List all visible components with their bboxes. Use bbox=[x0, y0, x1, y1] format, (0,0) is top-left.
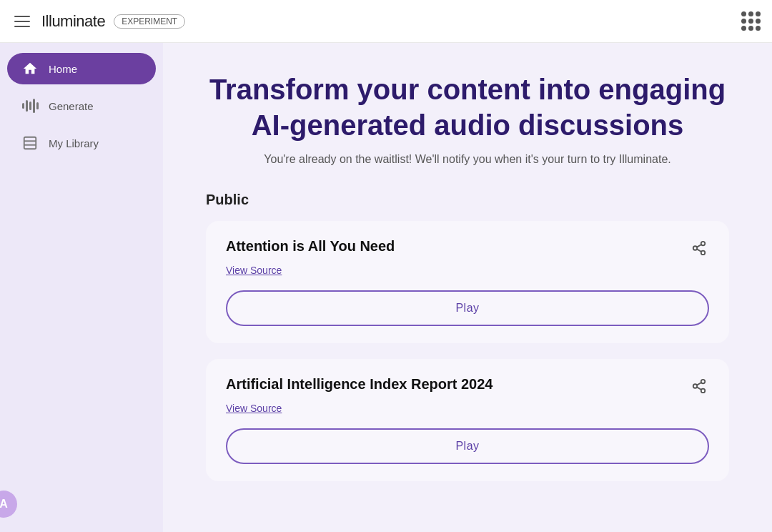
app-logo: Illuminate bbox=[41, 12, 105, 31]
svg-point-3 bbox=[701, 242, 706, 246]
generate-icon bbox=[21, 97, 39, 114]
share-button-attention[interactable] bbox=[689, 238, 709, 258]
card-attention: Attention is All You Need View Source Pl… bbox=[206, 221, 729, 343]
card-attention-title: Attention is All You Need bbox=[226, 238, 395, 255]
main-layout: Home Generate bbox=[0, 43, 772, 532]
share-button-ai-index[interactable] bbox=[689, 376, 709, 396]
sidebar-item-home[interactable]: Home bbox=[7, 53, 156, 84]
play-button-ai-index[interactable]: Play bbox=[226, 428, 709, 464]
hamburger-menu-button[interactable] bbox=[11, 13, 33, 30]
app-header: Illuminate EXPERIMENT bbox=[0, 0, 772, 43]
sidebar-library-label: My Library bbox=[49, 137, 99, 149]
main-content: Transform your content into engaging AI-… bbox=[163, 43, 772, 532]
card-ai-index: Artificial Intelligence Index Report 202… bbox=[206, 359, 729, 481]
svg-point-4 bbox=[693, 246, 698, 250]
card-attention-header: Attention is All You Need bbox=[226, 238, 709, 258]
svg-point-5 bbox=[701, 251, 706, 255]
hero-title: Transform your content into engaging AI-… bbox=[206, 72, 729, 143]
apps-grid-button[interactable] bbox=[741, 11, 761, 31]
sidebar-generate-label: Generate bbox=[49, 100, 94, 112]
header-left: Illuminate EXPERIMENT bbox=[11, 12, 185, 31]
sidebar: Home Generate bbox=[0, 43, 163, 532]
svg-point-8 bbox=[701, 380, 706, 384]
svg-point-10 bbox=[701, 389, 706, 393]
avatar[interactable]: A bbox=[0, 491, 17, 518]
svg-rect-0 bbox=[24, 137, 36, 149]
svg-line-11 bbox=[697, 387, 701, 390]
svg-point-9 bbox=[693, 384, 698, 388]
home-icon bbox=[21, 60, 39, 77]
card-ai-index-title: Artificial Intelligence Index Report 202… bbox=[226, 376, 493, 393]
public-section-title: Public bbox=[206, 192, 729, 208]
svg-line-7 bbox=[697, 245, 701, 247]
play-button-attention[interactable]: Play bbox=[226, 290, 709, 326]
view-source-link-ai-index[interactable]: View Source bbox=[226, 403, 282, 414]
sidebar-item-my-library[interactable]: My Library bbox=[7, 127, 156, 159]
hero-subtitle: You're already on the waitlist! We'll no… bbox=[206, 153, 729, 166]
sidebar-home-label: Home bbox=[49, 63, 77, 75]
sidebar-item-generate[interactable]: Generate bbox=[7, 90, 156, 122]
svg-line-12 bbox=[697, 383, 701, 385]
library-icon bbox=[21, 134, 39, 152]
view-source-link-attention[interactable]: View Source bbox=[226, 265, 282, 276]
svg-line-6 bbox=[697, 249, 701, 252]
card-ai-index-header: Artificial Intelligence Index Report 202… bbox=[226, 376, 709, 396]
experiment-badge: EXPERIMENT bbox=[114, 14, 185, 29]
